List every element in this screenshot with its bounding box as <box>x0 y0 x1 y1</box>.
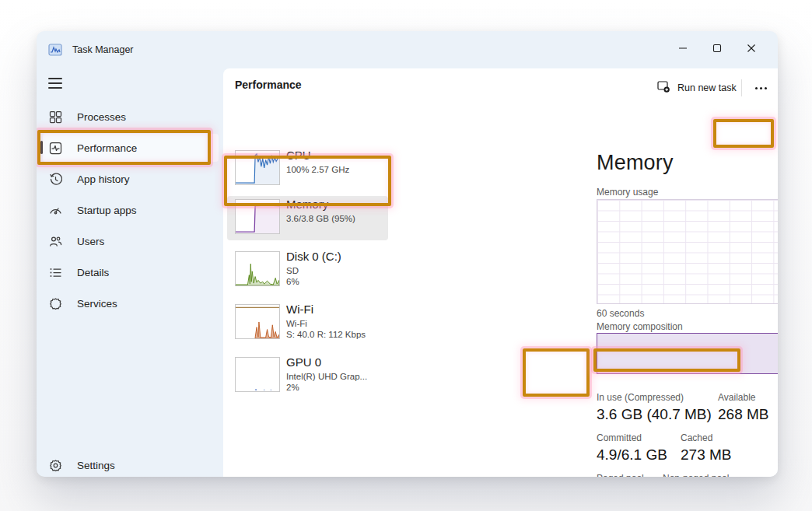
list-item-subtitle: Wi-Fi <box>286 319 307 328</box>
app-history-icon <box>49 173 62 186</box>
maximize-button[interactable] <box>700 36 734 61</box>
stat-label: Paged pool <box>597 473 647 477</box>
minimize-button[interactable] <box>666 36 700 61</box>
memory-composition-label: Memory composition <box>597 321 683 332</box>
settings-gear-icon <box>49 459 62 472</box>
composition-in-use-segment <box>597 334 778 373</box>
window-controls <box>666 36 768 61</box>
users-icon <box>49 235 62 248</box>
cpu-sparkline <box>235 150 280 185</box>
memory-usage-graph <box>597 199 778 304</box>
memory-composition-bar[interactable] <box>597 333 778 374</box>
navigation-menu-icon[interactable] <box>43 72 69 95</box>
sidebar-item-details[interactable]: Details <box>43 258 219 286</box>
list-item-title: GPU 0 <box>286 355 321 369</box>
disk-sparkline <box>235 251 280 286</box>
memory-sparkline <box>235 199 280 234</box>
gpu-sparkline <box>235 357 280 392</box>
titlebar: Task Manager <box>37 31 778 68</box>
performance-icon <box>49 142 62 155</box>
task-manager-window: Task Manager Processes <box>37 31 778 477</box>
services-icon <box>49 297 62 310</box>
list-item-subtitle: Intel(R) UHD Grap... <box>286 372 367 381</box>
list-item-title: Memory <box>286 198 328 211</box>
stat-available: Available 268 MB <box>718 392 768 423</box>
sidebar-item-services[interactable]: Services <box>43 289 219 317</box>
memory-panel-title: Memory <box>597 151 674 175</box>
sidebar-item-label: Processes <box>77 111 126 123</box>
stat-label: Non-paged pool <box>663 473 729 477</box>
sidebar-item-label: Users <box>77 236 104 247</box>
sidebar-item-startup-apps[interactable]: Startup apps <box>43 196 219 224</box>
stat-value: 4.9/6.1 GB <box>597 446 667 463</box>
list-item-subtitle2: 6% <box>286 277 299 286</box>
sidebar-item-settings[interactable]: Settings <box>43 451 219 477</box>
run-new-task-icon <box>657 80 670 96</box>
stat-label: Cached <box>681 432 731 443</box>
run-new-task-label: Run new task <box>677 82 737 93</box>
startup-apps-icon <box>49 204 62 217</box>
selected-nav-indicator <box>40 141 43 154</box>
graph-x-axis-left-label: 60 seconds <box>597 308 644 319</box>
details-icon <box>49 266 62 279</box>
sidebar-item-performance[interactable]: Performance <box>43 134 219 162</box>
memory-usage-label: Memory usage <box>597 187 658 198</box>
wifi-sparkline <box>235 304 280 339</box>
window-title: Task Manager <box>72 44 134 55</box>
sidebar-item-processes[interactable]: Processes <box>43 103 219 131</box>
task-manager-app-icon <box>48 43 62 57</box>
page-title: Performance <box>235 79 302 91</box>
list-item-subtitle2: S: 40.0 R: 112 Kbps <box>286 330 366 339</box>
stat-in-use: In use (Compressed) 3.6 GB (40.7 MB) <box>597 392 712 423</box>
more-options-icon[interactable] <box>747 79 774 96</box>
list-item-subtitle: SD <box>286 266 299 275</box>
performance-list: CPU 100% 2.57 GHz Memory 3.6/3.8 GB (95%… <box>223 106 410 477</box>
stat-label: Available <box>718 392 768 403</box>
sidebar-item-app-history[interactable]: App history <box>43 165 219 193</box>
close-button[interactable] <box>734 36 768 61</box>
list-item-title: CPU <box>286 149 311 162</box>
sidebar-item-label: App history <box>77 173 130 185</box>
sidebar-item-label: Startup apps <box>77 205 137 216</box>
sidebar-item-label: Details <box>77 267 109 278</box>
sidebar-item-label: Performance <box>77 142 137 154</box>
screenshot-canvas: Task Manager Processes <box>0 0 812 511</box>
memory-usage-series <box>597 200 778 303</box>
stat-value: 3.6 GB (40.7 MB) <box>597 406 712 422</box>
sidebar-item-label: Services <box>77 298 117 310</box>
header-divider <box>741 79 742 96</box>
stat-non-paged-pool: Non-paged pool 247 MB <box>663 473 729 477</box>
stat-label: Committed <box>597 432 667 443</box>
list-item-subtitle: 3.6/3.8 GB (95%) <box>286 214 355 223</box>
sidebar-item-users[interactable]: Users <box>43 227 219 255</box>
stat-committed: Committed 4.9/6.1 GB <box>597 432 667 464</box>
stat-value: 268 MB <box>718 406 768 422</box>
list-item-title: Disk 0 (C:) <box>286 250 341 263</box>
run-new-task-button[interactable]: Run new task <box>651 76 743 100</box>
content-panel: Performance Run new task CPU 100% 2.57 G… <box>223 68 778 477</box>
list-item-subtitle2: 2% <box>286 383 299 392</box>
list-item-title: Wi-Fi <box>286 303 313 316</box>
sidebar-item-label: Settings <box>77 460 115 471</box>
stat-value: 273 MB <box>681 446 731 463</box>
processes-icon <box>49 110 62 124</box>
stat-paged-pool: Paged pool 408 MB <box>597 473 647 477</box>
stat-label: In use (Compressed) <box>597 392 712 403</box>
list-item-subtitle: 100% 2.57 GHz <box>286 165 349 174</box>
stat-cached: Cached 273 MB <box>681 432 731 464</box>
